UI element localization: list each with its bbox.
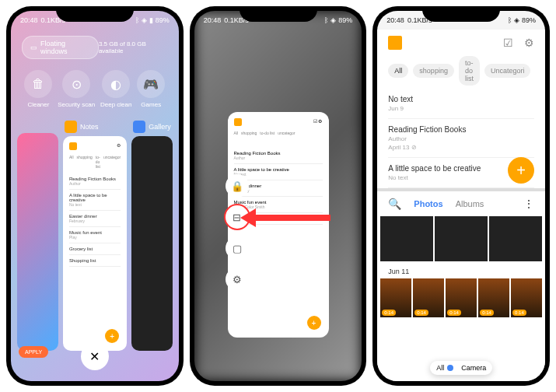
close-all-button[interactable]: ✕ [81,342,109,370]
phone-3: 20:480.1KB/s ᛒ◈89% ☑⚙ All shopping to-do… [372,6,550,386]
dot-icon [447,365,453,371]
thumbs-row-2: 0:14 0:14 0:14 0:14 0:14 [377,278,545,317]
floating-button[interactable]: ▢ [226,236,249,260]
notes-app-icon [388,36,402,50]
notes-pane: ☑⚙ All shopping to-do list Uncategori [377,30,545,89]
notch [240,6,317,22]
tab-todo[interactable]: to-do list [459,56,480,86]
notch [56,6,134,22]
notes-icon [234,118,242,126]
filter-camera[interactable]: Camera [461,364,486,372]
fab-icon: + [105,329,119,343]
trash-icon: 🗑 [24,70,52,98]
bluetooth-icon: ᛒ [135,16,139,24]
bluetooth-icon: ᛒ [508,16,512,24]
cleaner-tool[interactable]: 🗑Cleaner [24,70,52,108]
battery: 89% [156,16,170,24]
arrow-annotation [253,215,330,221]
thumb[interactable]: 0:14 [413,278,444,317]
tab-all[interactable]: All [388,64,408,78]
app-card-notes[interactable]: Notes ⚙ Allshoppingto-do listuncategor R… [63,117,127,351]
recents-screen: 20:480.1KB/s ᛒ◈▮89% ▭Floating windows 3.… [11,11,179,381]
fab-icon: + [307,316,321,330]
thumb[interactable]: 0:14 [380,278,411,317]
gear-icon: ⚙ [117,142,121,150]
app-card-gallery[interactable]: Gallery [131,117,173,351]
settings-button[interactable]: ⚙ [226,268,249,291]
notes-app-icon [65,121,77,133]
category-tabs: All shopping to-do list Uncategori [388,56,534,86]
wifi-icon: ◈ [330,16,336,24]
tab-albums[interactable]: Albums [456,199,484,208]
split-screen: 20:480.1KB/s ᛒ◈89% ☑⚙ All shopping to-do… [377,11,545,381]
apply-button[interactable]: APPLY [19,346,48,358]
gear-icon[interactable]: ⚙ [524,37,534,49]
wifi-icon: ◈ [142,16,147,24]
phone-2: 20:480.1KB/s ᛒ◈89% 🔒 ⊟ ▢ ⚙ ☑ ⚙ Allshoppi… [190,6,367,386]
games-tool[interactable]: 🎮Games [137,70,165,108]
broom-icon: ◐ [102,70,130,98]
thumbs-row [377,216,545,261]
signal-icon: ▮ [149,16,153,24]
gallery-app-icon [133,121,145,133]
tab-shopping[interactable]: shopping [413,64,454,78]
gallery-filter: All Camera [430,361,492,375]
thumb[interactable]: 0:14 [511,278,542,317]
notch [422,6,500,22]
thumb[interactable] [489,216,542,261]
thumb[interactable] [380,216,433,261]
tab-uncategorized[interactable]: Uncategori [484,64,531,78]
thumb[interactable]: 0:14 [478,278,509,317]
security-tool[interactable]: ⊙Security scan [58,70,95,108]
menu-icon[interactable]: ⋮ [523,198,534,210]
lock-button[interactable]: 🔒 [226,174,249,198]
shield-icon: ⊙ [62,70,90,98]
gallery-pane: 🔍 Photos Albums ⋮ Jun 11 0:14 0:14 0:14 … [377,191,545,381]
deepclean-tool[interactable]: ◐Deep clean [100,70,131,108]
app-card-peek[interactable] [17,117,58,351]
wifi-icon: ◈ [514,16,519,24]
gamepad-icon: 🎮 [137,70,165,98]
thumb[interactable]: 0:14 [446,278,477,317]
longpress-screen: 20:480.1KB/s ᛒ◈89% 🔒 ⊟ ▢ ⚙ ☑ ⚙ Allshoppi… [194,11,362,381]
tools-row: 🗑Cleaner ⊙Security scan ◐Deep clean 🎮Gam… [11,65,179,117]
storage-text: 3.5 GB of 8.0 GB available [99,40,168,54]
thumb[interactable] [435,216,488,261]
floating-windows-button[interactable]: ▭Floating windows [22,36,99,59]
note-item[interactable]: No textJun 9 [388,89,534,119]
side-actions: 🔒 ⊟ ▢ ⚙ [226,174,249,291]
date-header: Jun 11 [377,264,545,278]
notes-icon [69,142,77,150]
bluetooth-icon: ᛒ [324,16,328,24]
app-cards: Notes ⚙ Allshoppingto-do listuncategor R… [11,117,179,351]
add-note-fab[interactable]: + [508,157,534,184]
time: 20:48 [20,16,38,24]
checkbox-icon[interactable]: ☑ [503,37,513,49]
gallery-tabs: 🔍 Photos Albums ⋮ [377,191,545,216]
note-item[interactable]: Reading Fiction BooksAuthorApril 13 ⊘ [388,119,534,158]
tab-photos[interactable]: Photos [414,199,442,208]
recents-header: ▭Floating windows 3.5 GB of 8.0 GB avail… [11,30,179,65]
search-icon[interactable]: 🔍 [388,198,401,210]
phone-1: 20:480.1KB/s ᛒ◈▮89% ▭Floating windows 3.… [6,6,184,386]
filter-all[interactable]: All [436,364,453,372]
floating-icon: ▭ [30,44,37,51]
